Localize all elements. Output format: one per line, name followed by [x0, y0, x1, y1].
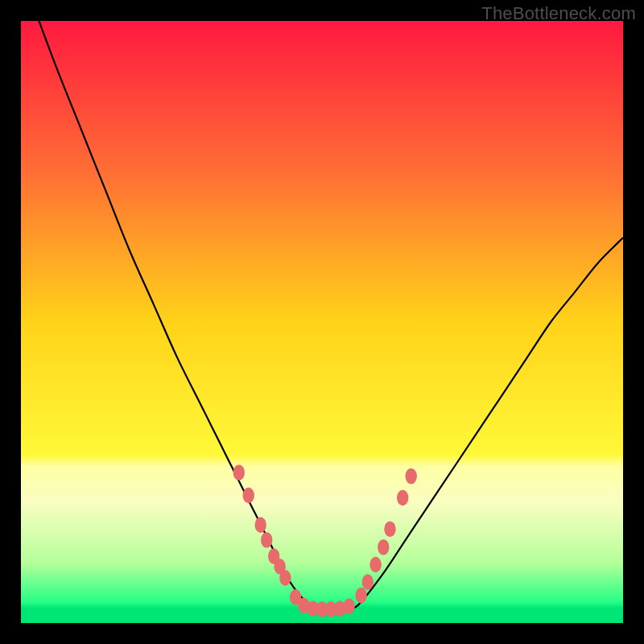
highlight-dot: [378, 539, 389, 555]
chart-background: [21, 21, 623, 623]
highlight-dot: [362, 574, 374, 590]
highlight-dot: [369, 557, 381, 573]
highlight-dot: [233, 464, 245, 481]
highlight-dot: [344, 598, 355, 614]
highlight-dot: [397, 490, 408, 506]
highlight-dot: [406, 469, 417, 485]
chart-frame: TheBottleneck.com: [0, 0, 644, 644]
highlight-dot: [384, 522, 395, 538]
highlight-dot: [255, 517, 266, 533]
highlight-dot: [243, 488, 254, 504]
highlight-dot: [261, 532, 272, 548]
highlight-dot: [279, 570, 291, 586]
bottleneck-chart: [21, 21, 623, 623]
highlight-dot: [355, 588, 366, 604]
